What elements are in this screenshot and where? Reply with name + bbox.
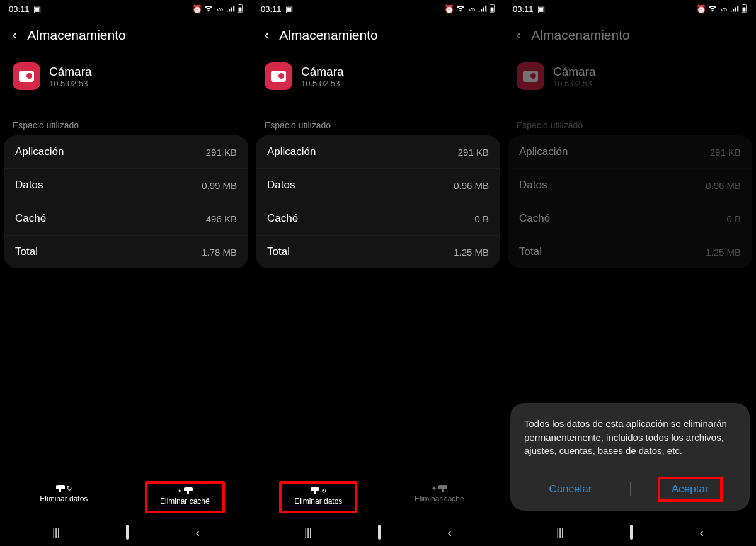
- alarm-icon: ⏰: [696, 4, 706, 14]
- nav-recent-button[interactable]: |||: [304, 526, 311, 539]
- row-datos: Datos0.96 MB: [256, 168, 500, 202]
- phone-screen-2: 03:11 ▣ ⏰ Vo ‹ Almacenamiento Cámara 10.…: [252, 0, 504, 546]
- row-total: Total1.25 MB: [508, 235, 752, 268]
- eliminar-datos-button[interactable]: ↻ Eliminar datos: [279, 481, 357, 513]
- confirm-dialog: Todos los datos de esta aplicación se el…: [510, 403, 750, 511]
- bottom-actions: ↻ Eliminar datos ✦ Eliminar caché: [252, 479, 504, 516]
- app-info: Cámara 10.5.02.53: [504, 50, 756, 96]
- status-icons: ⏰ Vo: [192, 4, 243, 14]
- status-bar: 03:11 ▣ ⏰ Vo: [252, 0, 504, 16]
- dialog-cancel-button[interactable]: Cancelar: [537, 479, 603, 499]
- row-cache: Caché496 KB: [4, 202, 248, 235]
- row-cache: Caché0 B: [508, 202, 752, 235]
- app-name: Cámara: [301, 65, 344, 79]
- volte-icon: Vo: [467, 6, 476, 13]
- app-name: Cámara: [49, 65, 92, 79]
- page-title: Almacenamiento: [279, 28, 377, 43]
- phone-screen-3: 03:11 ▣ ⏰ Vo ‹ Almacenamiento Cámara 10.…: [504, 0, 756, 546]
- section-label: Espacio utilizado: [0, 96, 252, 135]
- camera-icon: [271, 71, 286, 82]
- back-icon[interactable]: ‹: [13, 27, 17, 43]
- bottom-actions: ↻ Eliminar datos ✦ Eliminar caché: [0, 479, 252, 516]
- eliminar-cache-button[interactable]: ✦ Eliminar caché: [145, 481, 225, 513]
- dialog-divider: [630, 482, 631, 496]
- screenshot-icon: ▣: [285, 4, 293, 14]
- page-header: ‹ Almacenamiento: [504, 16, 756, 50]
- nav-back-button[interactable]: ‹: [699, 525, 704, 540]
- phone-screen-1: 03:11 ▣ ⏰ Vo ‹ Almacenamiento Cámara 10.…: [0, 0, 252, 546]
- battery-icon: [741, 4, 747, 14]
- nav-recent-button[interactable]: |||: [556, 526, 563, 539]
- app-name: Cámara: [553, 65, 596, 79]
- nav-bar: ||| ‹: [252, 518, 504, 546]
- app-version: 10.5.02.53: [553, 79, 596, 88]
- back-icon[interactable]: ‹: [517, 27, 521, 43]
- svg-rect-8: [743, 8, 746, 12]
- section-label: Espacio utilizado: [252, 96, 504, 135]
- battery-icon: [237, 4, 243, 14]
- row-aplicacion: Aplicación291 KB: [508, 135, 752, 168]
- row-cache: Caché0 B: [256, 202, 500, 235]
- eliminar-cache-button[interactable]: ✦ Eliminar caché: [402, 481, 477, 513]
- wifi-icon: [708, 4, 717, 14]
- nav-back-button[interactable]: ‹: [447, 525, 452, 540]
- status-icons: ⏰ Vo: [696, 4, 747, 14]
- wifi-icon: [456, 4, 465, 14]
- page-title: Almacenamiento: [27, 28, 125, 43]
- app-version: 10.5.02.53: [49, 79, 92, 88]
- svg-rect-5: [491, 8, 494, 12]
- brush-sparkle-icon: ✦: [177, 487, 193, 494]
- nav-bar: ||| ‹: [0, 518, 252, 546]
- alarm-icon: ⏰: [444, 4, 454, 14]
- screenshot-icon: ▣: [33, 4, 41, 14]
- wifi-icon: [204, 4, 213, 14]
- nav-bar: ||| ‹: [504, 518, 756, 546]
- svg-rect-2: [239, 8, 242, 12]
- status-time: 03:11: [513, 4, 534, 14]
- storage-card: Aplicación291 KB Datos0.96 MB Caché0 B T…: [256, 135, 500, 268]
- storage-card: Aplicación291 KB Datos0.96 MB Caché0 B T…: [508, 135, 752, 268]
- brush-icon: ↻: [56, 485, 72, 492]
- row-aplicacion: Aplicación291 KB: [4, 135, 248, 168]
- volte-icon: Vo: [215, 6, 224, 13]
- status-icons: ⏰ Vo: [444, 4, 495, 14]
- signal-icon: [730, 4, 739, 14]
- page-title: Almacenamiento: [531, 28, 629, 43]
- volte-icon: Vo: [719, 6, 728, 13]
- app-icon: [517, 62, 544, 90]
- signal-icon: [478, 4, 487, 14]
- page-header: ‹ Almacenamiento: [0, 16, 252, 50]
- status-bar: 03:11 ▣ ⏰ Vo: [504, 0, 756, 16]
- svg-rect-7: [743, 4, 745, 4]
- nav-home-button[interactable]: [378, 526, 381, 539]
- section-label: Espacio utilizado: [504, 96, 756, 135]
- nav-home-button[interactable]: [126, 526, 129, 539]
- app-version: 10.5.02.53: [301, 79, 344, 88]
- app-info: Cámara 10.5.02.53: [0, 50, 252, 96]
- app-info: Cámara 10.5.02.53: [252, 50, 504, 96]
- back-icon[interactable]: ‹: [265, 27, 269, 43]
- alarm-icon: ⏰: [192, 4, 202, 14]
- nav-back-button[interactable]: ‹: [195, 525, 200, 540]
- brush-sparkle-icon: ✦: [432, 485, 447, 492]
- row-total: Total1.78 MB: [4, 235, 248, 268]
- nav-recent-button[interactable]: |||: [52, 526, 59, 539]
- row-total: Total1.25 MB: [256, 235, 500, 268]
- camera-icon: [523, 71, 538, 82]
- signal-icon: [226, 4, 235, 14]
- app-icon: [13, 62, 40, 90]
- status-time: 03:11: [9, 4, 30, 14]
- storage-card: Aplicación291 KB Datos0.99 MB Caché496 K…: [4, 135, 248, 268]
- status-bar: 03:11 ▣ ⏰ Vo: [0, 0, 252, 16]
- eliminar-datos-button[interactable]: ↻ Eliminar datos: [27, 481, 100, 513]
- dialog-accept-button[interactable]: Aceptar: [658, 477, 723, 502]
- svg-rect-1: [239, 4, 241, 4]
- camera-icon: [19, 71, 34, 82]
- screenshot-icon: ▣: [537, 4, 545, 14]
- row-aplicacion: Aplicación291 KB: [256, 135, 500, 168]
- app-icon: [265, 62, 292, 90]
- battery-icon: [489, 4, 495, 14]
- svg-rect-4: [491, 4, 493, 4]
- status-time: 03:11: [261, 4, 282, 14]
- nav-home-button[interactable]: [630, 526, 633, 539]
